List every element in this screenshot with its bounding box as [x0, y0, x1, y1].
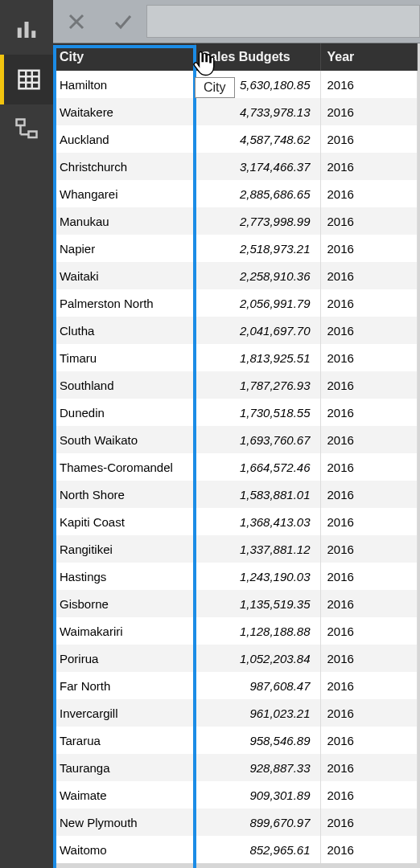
cell-year[interactable]: 2016 [320, 699, 417, 727]
cell-sales[interactable]: 2,518,973.21 [195, 235, 320, 262]
cell-sales[interactable]: 1,693,760.67 [195, 426, 320, 453]
cell-city[interactable]: Porirua [53, 645, 195, 672]
cell-city[interactable]: Palmerston North [53, 289, 195, 317]
cell-sales[interactable]: 2,258,910.36 [195, 262, 320, 289]
cell-sales[interactable]: 1,730,518.55 [195, 399, 320, 426]
cell-city[interactable]: Tauranga [53, 754, 195, 781]
table-row[interactable]: Waitomo852,965.612016 [53, 836, 417, 863]
column-header-city[interactable]: City [53, 43, 195, 71]
table-row[interactable]: Waimakariri1,128,188.882016 [53, 617, 417, 645]
cell-city[interactable]: Thames-Coromandel [53, 453, 195, 481]
cell-sales[interactable]: 899,670.97 [195, 809, 320, 836]
cell-city[interactable]: Hastings [53, 563, 195, 590]
column-header-year[interactable]: Year [320, 43, 417, 71]
cell-city[interactable]: Manukau [53, 207, 195, 235]
cell-year[interactable]: 2016 [320, 563, 417, 590]
table-row[interactable]: Waitakere4,733,978.132016 [53, 98, 417, 125]
cell-sales[interactable]: 2,056,991.79 [195, 289, 320, 317]
table-row[interactable]: Tauranga928,887.332016 [53, 754, 417, 781]
cell-city[interactable]: Waitomo [53, 836, 195, 863]
cell-year[interactable]: 2016 [320, 426, 417, 453]
table-row[interactable]: Waitaki2,258,910.362016 [53, 262, 417, 289]
table-row[interactable]: Christchurch3,174,466.372016 [53, 153, 417, 180]
cell-year[interactable]: 2016 [320, 71, 417, 98]
table-row[interactable]: Far North987,608.472016 [53, 672, 417, 699]
cell-year[interactable]: 2016 [320, 809, 417, 836]
cell-year[interactable]: 2016 [320, 754, 417, 781]
cell-sales[interactable]: 909,301.89 [195, 781, 320, 809]
cell-sales[interactable]: 4,587,748.62 [195, 125, 320, 153]
cell-year[interactable]: 2016 [320, 262, 417, 289]
cell-sales[interactable]: 1,128,188.88 [195, 617, 320, 645]
table-row[interactable]: Gisborne1,135,519.352016 [53, 590, 417, 617]
data-view-button[interactable] [0, 55, 53, 104]
cell-city[interactable]: Auckland [53, 125, 195, 153]
cell-year[interactable]: 2016 [320, 672, 417, 699]
table-row[interactable]: Southland1,787,276.932016 [53, 371, 417, 399]
cell-year[interactable]: 2016 [320, 207, 417, 235]
cell-city[interactable]: New Plymouth [53, 809, 195, 836]
column-header-sales[interactable]: Sales Budgets [195, 43, 320, 71]
model-view-button[interactable] [0, 104, 53, 154]
cell-year[interactable]: 2016 [320, 727, 417, 754]
cell-sales[interactable]: 1,052,203.84 [195, 645, 320, 672]
cell-sales[interactable]: 852,965.61 [195, 836, 320, 863]
cell-year[interactable]: 2016 [320, 645, 417, 672]
table-row[interactable]: North Shore1,583,881.012016 [53, 481, 417, 508]
cell-sales[interactable]: 1,243,190.03 [195, 563, 320, 590]
cell-year[interactable]: 2016 [320, 781, 417, 809]
table-row[interactable]: Timaru1,813,925.512016 [53, 344, 417, 371]
cell-sales[interactable]: 1,813,925.51 [195, 344, 320, 371]
cell-year[interactable]: 2016 [320, 153, 417, 180]
commit-button[interactable] [100, 0, 146, 43]
cell-sales[interactable]: 2,885,686.65 [195, 180, 320, 207]
cell-city[interactable]: Timaru [53, 344, 195, 371]
cell-sales[interactable]: 961,023.21 [195, 699, 320, 727]
cell-city[interactable]: Kapiti Coast [53, 508, 195, 535]
table-row[interactable]: Rangitikei1,337,881.122016 [53, 535, 417, 563]
table-row[interactable]: Thames-Coromandel1,664,572.462016 [53, 453, 417, 481]
cell-city[interactable]: Waimakariri [53, 617, 195, 645]
cell-sales[interactable]: 987,608.47 [195, 672, 320, 699]
cell-year[interactable]: 2016 [320, 399, 417, 426]
table-row[interactable]: Clutha2,041,697.702016 [53, 317, 417, 344]
cell-year[interactable]: 2016 [320, 481, 417, 508]
cell-city[interactable]: Waimate [53, 781, 195, 809]
cell-city[interactable]: Far North [53, 672, 195, 699]
table-row[interactable]: Whangarei2,885,686.652016 [53, 180, 417, 207]
cell-city[interactable]: Whangarei [53, 180, 195, 207]
table-row[interactable]: Palmerston North2,056,991.792016 [53, 289, 417, 317]
table-row[interactable]: Invercargill961,023.212016 [53, 699, 417, 727]
table-row[interactable]: Waimate909,301.892016 [53, 781, 417, 809]
cell-sales[interactable]: 2,773,998.99 [195, 207, 320, 235]
cell-year[interactable]: 2016 [320, 590, 417, 617]
cell-sales[interactable]: 1,664,572.46 [195, 453, 320, 481]
table-row[interactable]: South Waikato1,693,760.672016 [53, 426, 417, 453]
table-row[interactable]: New Plymouth899,670.972016 [53, 809, 417, 836]
cell-city[interactable]: Napier [53, 235, 195, 262]
cell-year[interactable]: 2016 [320, 836, 417, 863]
cell-year[interactable]: 2016 [320, 125, 417, 153]
table-row[interactable]: Kapiti Coast1,368,413.032016 [53, 508, 417, 535]
cancel-button[interactable] [53, 0, 100, 43]
table-row[interactable]: Dunedin1,730,518.552016 [53, 399, 417, 426]
cell-year[interactable]: 2016 [320, 235, 417, 262]
formula-input[interactable] [146, 5, 420, 38]
cell-city[interactable]: Southland [53, 371, 195, 399]
cell-sales[interactable]: 958,546.89 [195, 727, 320, 754]
cell-year[interactable]: 2016 [320, 453, 417, 481]
cell-city[interactable]: North Shore [53, 481, 195, 508]
cell-city[interactable]: Clutha [53, 317, 195, 344]
cell-sales[interactable]: 928,887.33 [195, 754, 320, 781]
table-row[interactable]: Hastings1,243,190.032016 [53, 563, 417, 590]
cell-year[interactable]: 2016 [320, 508, 417, 535]
cell-year[interactable]: 2016 [320, 98, 417, 125]
cell-sales[interactable]: 1,583,881.01 [195, 481, 320, 508]
cell-sales[interactable]: 3,174,466.37 [195, 153, 320, 180]
table-row[interactable]: Manukau2,773,998.992016 [53, 207, 417, 235]
cell-year[interactable]: 2016 [320, 317, 417, 344]
cell-sales[interactable]: 1,337,881.12 [195, 535, 320, 563]
cell-year[interactable]: 2016 [320, 289, 417, 317]
cell-sales[interactable]: 5,630,180.85 [195, 71, 320, 98]
cell-city[interactable]: Waitakere [53, 98, 195, 125]
